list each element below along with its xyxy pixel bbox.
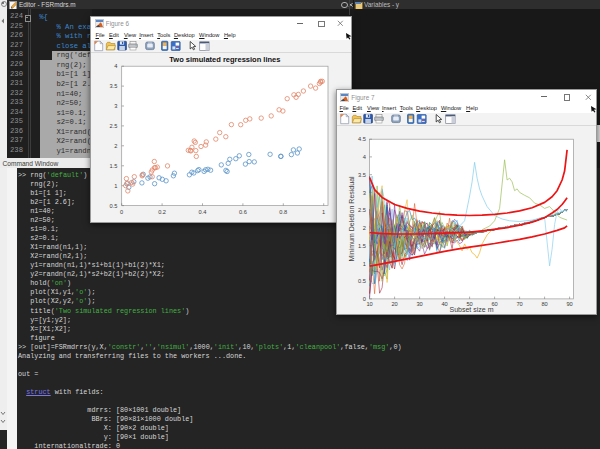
svg-text:Subset size m: Subset size m [450,306,494,313]
svg-text:20: 20 [391,301,397,307]
svg-text:90: 90 [566,301,572,307]
svg-text:2.5: 2.5 [358,207,366,213]
svg-text:3: 3 [363,190,366,196]
svg-text:70: 70 [516,301,522,307]
svg-text:0.5: 0.5 [358,278,366,284]
svg-text:4.5: 4.5 [358,136,366,142]
svg-text:40: 40 [441,301,447,307]
svg-text:80: 80 [541,301,547,307]
svg-text:1: 1 [363,261,366,267]
svg-text:4: 4 [363,154,366,160]
svg-text:30: 30 [416,301,422,307]
svg-text:Minimum Deletion Residual: Minimum Deletion Residual [348,176,355,262]
svg-text:2: 2 [363,225,366,231]
svg-text:1.5: 1.5 [358,243,366,249]
svg-text:10: 10 [366,301,372,307]
svg-text:3.5: 3.5 [358,172,366,178]
